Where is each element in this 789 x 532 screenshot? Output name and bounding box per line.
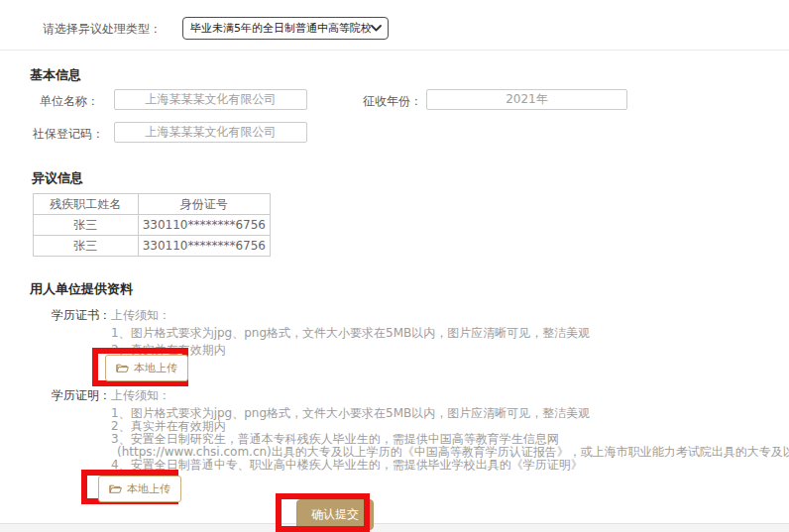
upload-notice-line: 1、图片格式要求为jpg、png格式，文件大小要求在5MB以内，图片应清晰可见，…	[111, 325, 590, 342]
dispute-info-title: 异议信息	[32, 169, 83, 187]
company-name-label: 单位名称：	[40, 93, 99, 110]
folder-icon	[109, 483, 122, 494]
employee-id-cell: 330110********6756	[138, 215, 270, 236]
folder-icon	[116, 363, 129, 373]
upload-button-label: 本地上传	[127, 481, 170, 496]
employee-name-cell: 张三	[34, 215, 139, 236]
social-security-code-input[interactable]	[114, 122, 307, 143]
section-divider	[0, 50, 789, 51]
table-header-name: 残疾职工姓名	[34, 194, 139, 215]
levy-year-input[interactable]	[426, 89, 627, 110]
local-upload-certificate-button[interactable]: 本地上传	[105, 355, 188, 381]
dispute-type-selected-value: 毕业未满5年的全日制普通中高等院校残疾人毕	[190, 21, 371, 36]
basic-info-title: 基本信息	[30, 66, 81, 84]
employee-name-cell: 张三	[34, 236, 139, 257]
dispute-type-label: 请选择异议处理类型：	[43, 21, 162, 38]
page-bottom-strip	[0, 523, 789, 532]
chevron-down-icon	[371, 25, 382, 32]
table-row: 张三 330110********6756	[34, 215, 271, 236]
table-header-id: 身份证号	[138, 194, 270, 215]
diploma-certificate-label: 学历证书：	[52, 307, 111, 324]
upload-button-label: 本地上传	[134, 361, 177, 375]
social-security-code-label: 社保登记码：	[33, 126, 104, 143]
upload-notice-title: 上传须知：	[111, 307, 170, 324]
confirm-submit-button[interactable]: 确认提交	[296, 499, 374, 530]
employee-id-cell: 330110********6756	[138, 236, 270, 257]
dispute-table: 残疾职工姓名 身份证号 张三 330110********6756 张三 330…	[33, 193, 271, 257]
company-name-input[interactable]	[114, 89, 307, 110]
dispute-form-page: 请选择异议处理类型： 毕业未满5年的全日制普通中高等院校残疾人毕 基本信息 单位…	[0, 0, 789, 532]
dispute-type-select[interactable]: 毕业未满5年的全日制普通中高等院校残疾人毕	[182, 17, 389, 40]
diploma-proof-label: 学历证明：	[52, 387, 111, 404]
table-row: 张三 330110********6756	[34, 236, 271, 257]
local-upload-proof-button[interactable]: 本地上传	[98, 476, 181, 502]
upload-notice-line: 4、安置全日制普通中专、职业高中楼疾人毕业生的，需提供毕业学校出具的《学历证明》	[111, 457, 583, 474]
table-header-row: 残疾职工姓名 身份证号	[34, 194, 271, 215]
levy-year-label: 征收年份：	[363, 93, 422, 110]
materials-title: 用人单位提供资料	[30, 280, 133, 298]
upload-notice-title: 上传须知：	[111, 387, 170, 404]
